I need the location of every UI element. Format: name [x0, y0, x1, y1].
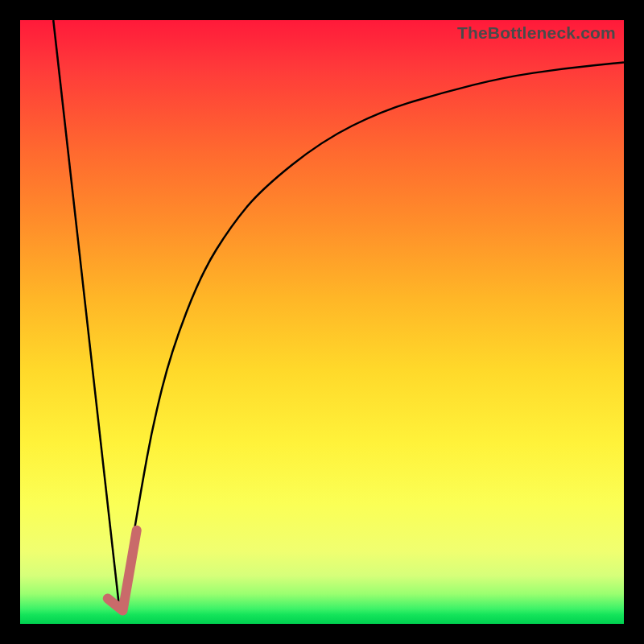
series-right-curve [120, 63, 624, 613]
curve-layer [20, 20, 624, 624]
plot-area: TheBottleneck.com [20, 20, 624, 624]
series-left-slope [53, 20, 120, 612]
chart-frame: TheBottleneck.com [0, 0, 644, 644]
